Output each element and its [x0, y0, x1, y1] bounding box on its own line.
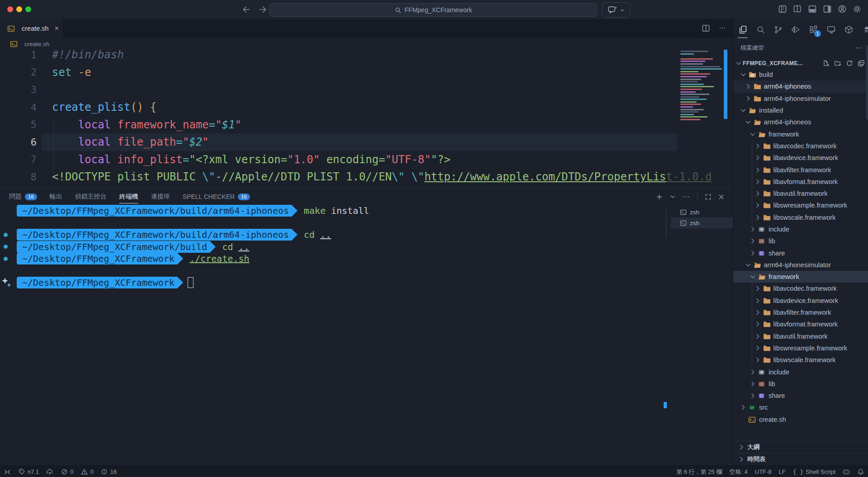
editor-line-4[interactable]: 4create_plist() {: [0, 99, 733, 116]
sidebar-scrollbar[interactable]: [866, 45, 868, 120]
panel-tab-終端機[interactable]: 終端機: [119, 189, 138, 205]
tree-item-framework[interactable]: framework: [733, 128, 868, 140]
terminal-instance-zsh[interactable]: zsh: [671, 217, 733, 228]
tree-item-libswresample.framework[interactable]: libswresample.framework: [733, 199, 868, 211]
status-copilot-status[interactable]: [839, 466, 854, 477]
tree-item-libswscale.framework[interactable]: libswscale.framework: [733, 354, 868, 366]
activity-debug-icon[interactable]: [790, 23, 802, 36]
status-publish[interactable]: [42, 466, 57, 477]
activity-source-control-icon[interactable]: [772, 23, 784, 36]
terminal-blank-row[interactable]: [0, 265, 665, 277]
tree-item-libavformat.framework[interactable]: libavformat.framework: [733, 176, 868, 188]
editor-line-5[interactable]: 5 local framework_name="$1": [0, 116, 733, 133]
tree-item-libavdevice.framework[interactable]: libavdevice.framework: [733, 295, 868, 307]
editor-line-8[interactable]: 8<!DOCTYPE plist PUBLIC \"-//Apple//DTD …: [0, 168, 733, 186]
panel-tab-偵錯主控台[interactable]: 偵錯主控台: [75, 189, 107, 205]
tree-item-arm64-iphonesimulator[interactable]: arm64-iphonesimulator: [733, 93, 868, 104]
status-infos[interactable]: 16: [97, 466, 120, 477]
editor-line-1[interactable]: 1#!/bin/bash: [0, 50, 733, 64]
tree-item-build[interactable]: build: [733, 69, 868, 80]
terminal-row[interactable]: ~/Desktop/FFMpeg_XCFramework./create.sh: [0, 253, 665, 265]
tree-item-include[interactable]: include: [733, 366, 868, 378]
activity-extensions-icon[interactable]: 1: [807, 23, 819, 36]
tree-item-include[interactable]: include: [733, 223, 868, 235]
tab-create-sh[interactable]: create.sh ×: [0, 19, 64, 38]
activity-python-icon[interactable]: [860, 23, 868, 36]
terminal-instance-zsh[interactable]: zsh: [671, 207, 733, 217]
status-errors[interactable]: 0: [57, 466, 77, 477]
minimize-window-button[interactable]: [16, 6, 22, 12]
tree-item-share[interactable]: share: [733, 247, 868, 259]
status-remote-indicator[interactable]: [0, 466, 14, 477]
customize-layout-icon[interactable]: [778, 5, 787, 14]
kebab-icon[interactable]: [718, 24, 726, 33]
tree-item-libavutil.framework[interactable]: libavutil.framework: [733, 331, 868, 342]
tree-item-lib[interactable]: lib: [733, 378, 868, 390]
command-decoration-dot[interactable]: [4, 233, 8, 237]
tree-item-lib[interactable]: lib: [733, 235, 868, 247]
tree-item-src[interactable]: src: [733, 401, 868, 413]
plus-icon[interactable]: [656, 193, 663, 201]
activity-files-icon[interactable]: [737, 23, 749, 36]
tree-item-arm64-iphoneos[interactable]: arm64-iphoneos: [733, 80, 868, 92]
status-warnings[interactable]: 0: [77, 466, 97, 477]
activity-search-icon[interactable]: [755, 23, 766, 36]
status-language-mode[interactable]: { }Shell Script: [789, 466, 839, 477]
settings-icon[interactable]: [853, 5, 862, 14]
tree-item-libavfilter.framework[interactable]: libavfilter.framework: [733, 164, 868, 175]
account-icon[interactable]: [838, 5, 847, 14]
explorer-section-header[interactable]: FFMPEG_XCFRAME...: [735, 58, 865, 69]
new-folder-icon[interactable]: [834, 60, 841, 67]
command-center-search[interactable]: FFMpeg_XCFramework: [269, 3, 597, 17]
editor-line-3[interactable]: 3: [0, 81, 733, 99]
close-icon[interactable]: [718, 194, 725, 200]
command-decoration-dot[interactable]: [4, 257, 8, 261]
panel-tab-問題[interactable]: 問題16: [9, 189, 37, 205]
timeline-section[interactable]: 時間表: [733, 453, 868, 465]
status-eol[interactable]: LF: [775, 466, 789, 477]
code-editor[interactable]: 1#!/bin/bash2set -e34create_plist() {5 l…: [0, 50, 733, 188]
tree-item-libavcodec.framework[interactable]: libavcodec.framework: [733, 140, 868, 152]
tree-item-libavfilter.framework[interactable]: libavfilter.framework: [733, 307, 868, 318]
zoom-window-button[interactable]: [25, 6, 31, 12]
tree-item-libswresample.framework[interactable]: libswresample.framework: [733, 342, 868, 354]
panel-tab-輸出[interactable]: 輸出: [50, 189, 62, 205]
editor-line-6[interactable]: 6 local file_path="$2": [0, 133, 733, 151]
kebab-icon[interactable]: [682, 193, 690, 201]
terminal-row[interactable]: ~/Desktop/FFMpeg_XCFramework/build/arm64…: [0, 205, 665, 217]
maximize-icon[interactable]: [705, 194, 712, 200]
tree-item-arm64-iphoneos[interactable]: arm64-iphoneos: [733, 116, 868, 128]
tree-item-libavcodec.framework[interactable]: libavcodec.framework: [733, 283, 868, 294]
activity-package-icon[interactable]: [843, 23, 854, 36]
terminal-row[interactable]: ~/Desktop/FFMpeg_XCFramework/buildcd ..: [0, 241, 665, 253]
close-window-button[interactable]: [7, 6, 13, 12]
command-decoration-dot[interactable]: [4, 245, 8, 249]
refresh-icon[interactable]: [846, 60, 853, 67]
status-notifications[interactable]: [854, 466, 868, 477]
copilot-chat-button[interactable]: [602, 2, 630, 18]
minimap[interactable]: [680, 51, 724, 169]
new-file-icon[interactable]: [822, 60, 830, 67]
tree-item-arm64-iphonesimulator[interactable]: arm64-iphonesimulator: [733, 259, 868, 271]
collapse-all-icon[interactable]: [858, 60, 865, 67]
activity-remote-icon[interactable]: [825, 23, 837, 36]
terminal-row[interactable]: ~/Desktop/FFMpeg_XCFramework/build/arm64…: [0, 229, 665, 241]
panel-tab-連接埠[interactable]: 連接埠: [151, 189, 170, 205]
tree-item-libavdevice.framework[interactable]: libavdevice.framework: [733, 152, 868, 164]
tree-item-libswscale.framework[interactable]: libswscale.framework: [733, 212, 868, 223]
status-branch-tag[interactable]: n7.1: [14, 466, 42, 477]
tree-item-libavformat.framework[interactable]: libavformat.framework: [733, 318, 868, 330]
tree-item-installed[interactable]: installed: [733, 104, 868, 116]
chevron-down-icon[interactable]: [670, 194, 676, 200]
status-encoding[interactable]: UTF-8: [751, 466, 775, 477]
tree-item-libavutil.framework[interactable]: libavutil.framework: [733, 188, 868, 199]
terminal-blank-row[interactable]: [0, 217, 665, 229]
tree-item-create.sh[interactable]: create.sh: [733, 414, 868, 425]
terminal-row[interactable]: ~/Desktop/FFMpeg_XCFramework: [0, 277, 665, 289]
panel-tab-SPELL CHECKER[interactable]: SPELL CHECKER16: [183, 189, 250, 205]
terminal-output[interactable]: ~/Desktop/FFMpeg_XCFramework/build/arm64…: [0, 205, 665, 289]
split-editor-icon[interactable]: [702, 24, 710, 33]
split-editor-icon[interactable]: [793, 5, 802, 14]
outline-section[interactable]: 大綱: [733, 441, 868, 453]
tree-item-share[interactable]: share: [733, 390, 868, 401]
